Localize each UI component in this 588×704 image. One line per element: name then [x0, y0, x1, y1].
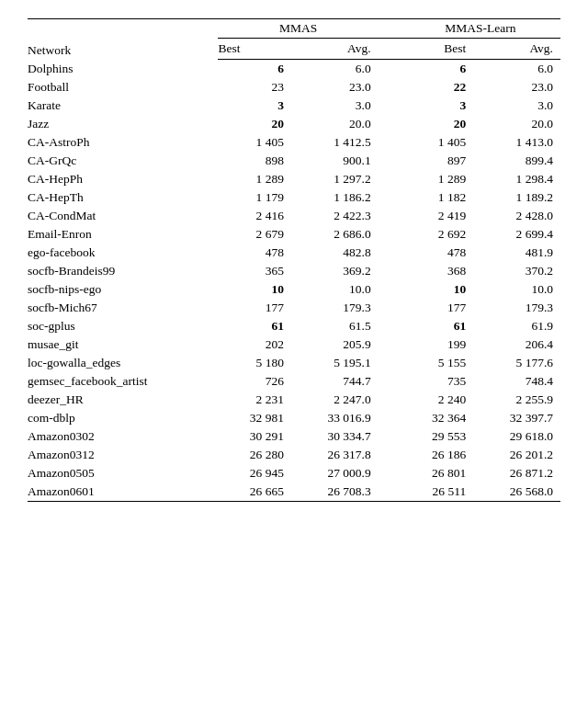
mmas-avg-header: Avg. — [291, 39, 379, 60]
network-cell: CA-HepTh — [28, 188, 218, 207]
mmas-best-cell: 1 179 — [218, 188, 291, 207]
table-row: gemsec_facebook_artist726744.7735748.4 — [28, 372, 560, 391]
learn-best-cell: 5 155 — [401, 354, 474, 372]
learn-best-cell: 897 — [401, 152, 474, 170]
mmas-best-cell: 365 — [218, 262, 291, 280]
network-cell: socfb-Mich67 — [28, 299, 218, 317]
learn-best-cell: 2 419 — [401, 207, 474, 225]
table-row: Amazon060126 66526 708.326 51126 568.0 — [28, 483, 560, 502]
learn-best-header: Best — [401, 39, 474, 60]
spacer-cell — [379, 115, 401, 133]
mmas-avg-cell: 3.0 — [291, 97, 379, 115]
learn-avg-cell: 26 201.2 — [473, 446, 560, 464]
mmas-best-cell: 26 945 — [218, 464, 291, 483]
table-row: socfb-Mich67177179.3177179.3 — [28, 299, 560, 317]
mmas-avg-cell: 744.7 — [291, 372, 379, 391]
spacer-cell — [379, 483, 401, 502]
learn-avg-cell: 6.0 — [473, 60, 560, 79]
learn-best-cell: 29 553 — [401, 427, 474, 446]
network-cell: CA-CondMat — [28, 207, 218, 225]
table-row: loc-gowalla_edges5 1805 195.15 1555 177.… — [28, 354, 560, 372]
spacer-cell — [379, 372, 401, 391]
table-row: socfb-nips-ego1010.01010.0 — [28, 280, 560, 299]
learn-best-cell: 478 — [401, 244, 474, 262]
mmas-avg-cell: 30 334.7 — [291, 427, 379, 446]
spacer-cell — [379, 60, 401, 79]
network-cell: CA-GrQc — [28, 152, 218, 170]
mmas-avg-cell: 5 195.1 — [291, 354, 379, 372]
learn-best-cell: 22 — [401, 78, 474, 97]
network-cell: ego-facebook — [28, 244, 218, 262]
learn-avg-cell: 179.3 — [473, 299, 560, 317]
mmas-best-cell: 5 180 — [218, 354, 291, 372]
learn-best-cell: 2 240 — [401, 391, 474, 409]
learn-avg-cell: 206.4 — [473, 335, 560, 354]
network-cell: socfb-nips-ego — [28, 280, 218, 299]
table-row: deezer_HR2 2312 247.02 2402 255.9 — [28, 391, 560, 409]
mmas-best-cell: 2 416 — [218, 207, 291, 225]
spacer-subheader — [379, 39, 401, 60]
mmas-avg-cell: 10.0 — [291, 280, 379, 299]
spacer-cell — [379, 335, 401, 354]
spacer-cell — [379, 78, 401, 97]
learn-avg-cell: 370.2 — [473, 262, 560, 280]
mmas-avg-cell: 23.0 — [291, 78, 379, 97]
network-cell: socfb-Brandeis99 — [28, 262, 218, 280]
spacer-cell — [379, 152, 401, 170]
mmas-avg-cell: 61.5 — [291, 317, 379, 335]
mmas-avg-cell: 20.0 — [291, 115, 379, 133]
learn-best-cell: 1 289 — [401, 170, 474, 188]
learn-avg-cell: 481.9 — [473, 244, 560, 262]
network-cell: Amazon0601 — [28, 483, 218, 502]
mmas-best-cell: 20 — [218, 115, 291, 133]
mmas-best-cell: 2 231 — [218, 391, 291, 409]
network-cell: CA-HepPh — [28, 170, 218, 188]
table-row: Dolphins66.066.0 — [28, 60, 560, 79]
mmas-avg-cell: 900.1 — [291, 152, 379, 170]
table-row: Amazon050526 94527 000.926 80126 871.2 — [28, 464, 560, 483]
learn-avg-cell: 2 699.4 — [473, 225, 560, 244]
learn-avg-cell: 26 871.2 — [473, 464, 560, 483]
mmas-avg-cell: 1 412.5 — [291, 133, 379, 152]
network-cell: gemsec_facebook_artist — [28, 372, 218, 391]
mmas-best-cell: 6 — [218, 60, 291, 79]
learn-avg-cell: 20.0 — [473, 115, 560, 133]
table-row: Amazon030230 29130 334.729 55329 618.0 — [28, 427, 560, 446]
learn-best-cell: 368 — [401, 262, 474, 280]
learn-avg-cell: 2 255.9 — [473, 391, 560, 409]
table-row: socfb-Brandeis99365369.2368370.2 — [28, 262, 560, 280]
learn-best-cell: 1 405 — [401, 133, 474, 152]
mmas-group-header: MMAS — [218, 19, 378, 39]
learn-best-cell: 26 186 — [401, 446, 474, 464]
network-col-header: Network — [28, 19, 218, 60]
mmas-avg-cell: 2 247.0 — [291, 391, 379, 409]
learn-avg-cell: 32 397.7 — [473, 409, 560, 427]
mmas-best-cell: 726 — [218, 372, 291, 391]
mmas-best-header: Best — [218, 39, 291, 60]
mmas-best-cell: 3 — [218, 97, 291, 115]
mmas-best-cell: 10 — [218, 280, 291, 299]
learn-best-cell: 10 — [401, 280, 474, 299]
group-header-row: Network MMAS MMAS-Learn — [28, 19, 560, 39]
spacer-cell — [379, 299, 401, 317]
mmas-best-cell: 898 — [218, 152, 291, 170]
table-row: soc-gplus6161.56161.9 — [28, 317, 560, 335]
learn-avg-cell: 29 618.0 — [473, 427, 560, 446]
mmas-best-cell: 23 — [218, 78, 291, 97]
network-cell: Jazz — [28, 115, 218, 133]
mmas-best-cell: 2 679 — [218, 225, 291, 244]
learn-avg-cell: 3.0 — [473, 97, 560, 115]
learn-best-cell: 61 — [401, 317, 474, 335]
mmas-best-cell: 1 405 — [218, 133, 291, 152]
mmas-best-cell: 1 289 — [218, 170, 291, 188]
table-row: CA-CondMat2 4162 422.32 4192 428.0 — [28, 207, 560, 225]
spacer-cell — [379, 133, 401, 152]
network-cell: soc-gplus — [28, 317, 218, 335]
learn-avg-cell: 1 413.0 — [473, 133, 560, 152]
mmas-avg-cell: 369.2 — [291, 262, 379, 280]
table-row: Football2323.02223.0 — [28, 78, 560, 97]
table-row: musae_git202205.9199206.4 — [28, 335, 560, 354]
spacer-cell — [379, 97, 401, 115]
learn-best-cell: 177 — [401, 299, 474, 317]
network-cell: loc-gowalla_edges — [28, 354, 218, 372]
